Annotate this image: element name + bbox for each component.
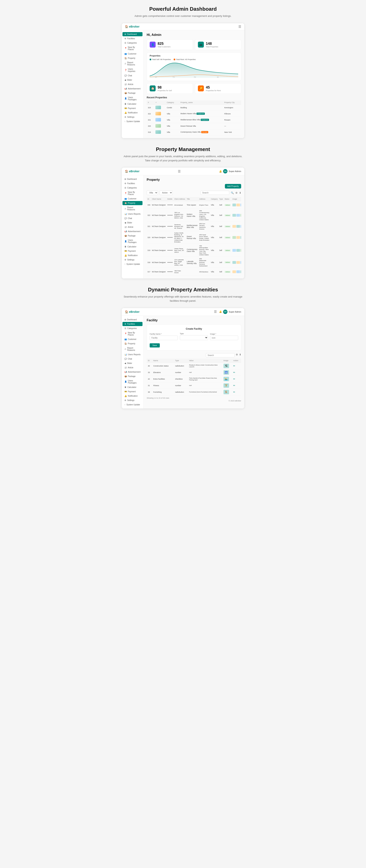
fac-sidebar-categories[interactable]: ☰ Categories (122, 326, 142, 331)
notification-bell[interactable]: 🔔 (219, 170, 222, 173)
recent-prop-img (156, 106, 161, 109)
fac-menu-icon[interactable]: ☰ (214, 310, 217, 314)
pm-sidebar-users-reports[interactable]: 📊 Users Reports (122, 212, 142, 216)
pm-chat-label: Chat (128, 217, 132, 219)
status-badge: Active (224, 271, 231, 273)
fac-notification-bell[interactable]: 🔔 (219, 310, 222, 313)
search-icon[interactable]: 🔍 (231, 191, 234, 194)
img-thumb-3 (241, 261, 241, 264)
pm-sidebar-categories[interactable]: ☰ Categories (122, 186, 142, 190)
menu-icon[interactable]: ☰ (238, 25, 241, 29)
sidebar-item-settings[interactable]: ⚙ Settings (122, 115, 142, 119)
sidebar-item-notification[interactable]: 🔔 Notification (122, 111, 142, 115)
stats-row-1: 👤 825 Total Customers 🏘 148 Total Proper… (147, 39, 241, 50)
pm-sidebar-systemupdate[interactable]: ↑ System Update (122, 262, 142, 266)
facility-type-select[interactable] (180, 335, 208, 340)
fac-sidebar-chat[interactable]: 💬 Chat (122, 357, 142, 361)
pm-sidebar-facilities[interactable]: ⚙ Facilities (122, 181, 142, 186)
property-search-input[interactable] (200, 191, 229, 195)
fac-name: Construction status (152, 363, 174, 369)
sidebar-item-article[interactable]: 📰 Article (122, 82, 142, 86)
sidebar-item-chat[interactable]: 💬 Chat (122, 73, 142, 78)
sidebar-item-slider[interactable]: ◀ Slider (122, 78, 142, 82)
fac-sidebar-article[interactable]: 📰 Article (122, 366, 142, 370)
villa-filter[interactable]: Villa (147, 190, 158, 195)
recent-prop-name: Mediterranean Bliss Villa Featured (179, 117, 223, 123)
recent-prop-img (156, 112, 161, 115)
active-filter[interactable]: Active (160, 190, 173, 195)
sidebar-item-dashboard[interactable]: ⊞ Dashboard (122, 32, 142, 36)
fac-sidebar-property[interactable]: 🏠 Property (122, 342, 142, 346)
fac-sidebar-notification[interactable]: 🔔 Notification (122, 394, 142, 398)
pm-sidebar-advertisement[interactable]: 📢 Advertisement (122, 229, 142, 234)
sidebar-item-inquiries[interactable]: ❓ Users Inquiries (122, 67, 142, 73)
pm-sidebar-chat[interactable]: 💬 Chat (122, 216, 142, 220)
export-icon[interactable]: ⬇ (239, 191, 241, 194)
fac-sidebar-facilities[interactable]: ⚙ Facilities (122, 322, 142, 326)
fac-actions: ✏ (232, 363, 241, 369)
fac-sidebar-systemupdate[interactable]: ↑ System Update (122, 403, 142, 407)
sidebar-item-categories[interactable]: ☰ Categories (122, 41, 142, 45)
fac-edit-button[interactable]: ✏ (233, 365, 235, 367)
fac-sidebar-payment[interactable]: 💳 Payment (122, 390, 142, 394)
fac-sidebar-slider[interactable]: ◀ Slider (122, 361, 142, 365)
legend-rent-dot (174, 59, 175, 60)
pm-sidebar-settings[interactable]: ⚙ Settings (122, 258, 142, 262)
fac-sidebar-nearby[interactable]: 📍 Near By Places (122, 331, 142, 337)
pm-sidebar-package[interactable]: 📦 Package (122, 234, 142, 238)
fac-sidebar-package[interactable]: 📦 Package (122, 374, 142, 378)
fac-edit-button[interactable]: ✏ (233, 391, 235, 394)
pm-sidebar-report[interactable]: ⚠ Report Reasons (122, 205, 142, 212)
fac-sidebar-users-reports[interactable]: 📊 Users Reports (122, 352, 142, 356)
pm-user-info: 🔔 SA Super Admin (219, 169, 241, 174)
pm-sidebar-article[interactable]: 📰 Article (122, 225, 142, 229)
facility-export-icon[interactable]: ⬇ (239, 353, 241, 358)
sidebar-item-advertisement[interactable]: 📢 Advertisement (122, 87, 142, 91)
sidebar-item-property[interactable]: 🏠 Property (122, 56, 142, 60)
sidebar-item-package[interactable]: 📦 Package (122, 91, 142, 95)
sidebar-item-facilities[interactable]: ⚙ Facilities (122, 36, 142, 41)
settings-icon-sm[interactable]: ⚙ (235, 191, 237, 194)
pm-menu-icon[interactable]: ☰ (178, 169, 180, 173)
facility-name-input[interactable] (150, 336, 178, 340)
pm-sidebar-nearby[interactable]: 📍 Near By Places (122, 190, 142, 196)
pm-sidebar-payment[interactable]: 💳 Payment (122, 249, 142, 253)
facility-save-button[interactable]: Save (150, 343, 160, 347)
sidebar-item-nearby[interactable]: 📍 Near By Places (122, 45, 142, 52)
fac-sidebar-customer[interactable]: 👥 Customer (122, 337, 142, 341)
fac-id: 42 (147, 376, 152, 382)
pm-sidebar-dashboard[interactable]: ⊞ Dashboard (122, 177, 142, 181)
fac-sidebar-report[interactable]: ⚠ Report Reasons (122, 346, 142, 352)
facility-image-input[interactable] (210, 336, 238, 340)
fac-edit-button[interactable]: ✏ (233, 371, 235, 374)
prop-status: Active (224, 268, 232, 276)
pm-sidebar-customer[interactable]: 👥 Customer (122, 197, 142, 201)
fac-edit-button[interactable]: ✏ (233, 384, 235, 387)
sidebar-item-calculator[interactable]: 🖩 Calculator (122, 102, 142, 106)
fac-edit-button[interactable]: ✏ (233, 378, 235, 380)
create-facility-card: Create Facility Facility Name * Type (147, 324, 241, 350)
pm-calc-label: Calculator (128, 246, 136, 248)
pm-sidebar-slider[interactable]: ◀ Slider (122, 221, 142, 225)
prop-type: Sell (219, 209, 224, 222)
col-id: # (147, 100, 154, 105)
pm-sidebar-property[interactable]: 🏠 Property (122, 201, 142, 205)
pm-sidebar-notification[interactable]: 🔔 Notification (122, 253, 142, 257)
fac-sidebar-calculator[interactable]: 🖩 Calculator (122, 385, 142, 389)
sidebar-item-payment[interactable]: 💳 Payment (122, 106, 142, 111)
add-property-button[interactable]: Add Property (225, 184, 241, 188)
fac-sidebar-settings[interactable]: ⚙ Settings (122, 398, 142, 402)
fac-sidebar-dashboard[interactable]: ⊞ Dashboard (122, 317, 142, 322)
sidebar-item-userpackages[interactable]: 👤 Users Packages (122, 95, 142, 102)
stats-row-2: 🏠 98 Properties for Sell 🔑 45 Properties… (147, 83, 241, 94)
fac-sidebar-users-packages[interactable]: 👤 Users Packages (122, 379, 142, 385)
pm-sidebar-users-packages[interactable]: 👤 Users Packages (122, 238, 142, 244)
pm-sidebar-calculator[interactable]: 🖩 Calculator (122, 245, 142, 249)
sidebar-item-customer[interactable]: 👥 Customer (122, 52, 142, 56)
sidebar-item-systemupdate[interactable]: ↑ System Update (122, 119, 142, 123)
facility-settings-icon[interactable]: ⚙ (236, 353, 238, 358)
sidebar-item-report[interactable]: ⚠ Report Reasons (122, 60, 142, 67)
prop-title: Contemporary Oasis Villa (186, 244, 198, 257)
facility-search-input[interactable] (206, 353, 234, 358)
fac-sidebar-advertisement[interactable]: 📢 Advertisement (122, 370, 142, 374)
